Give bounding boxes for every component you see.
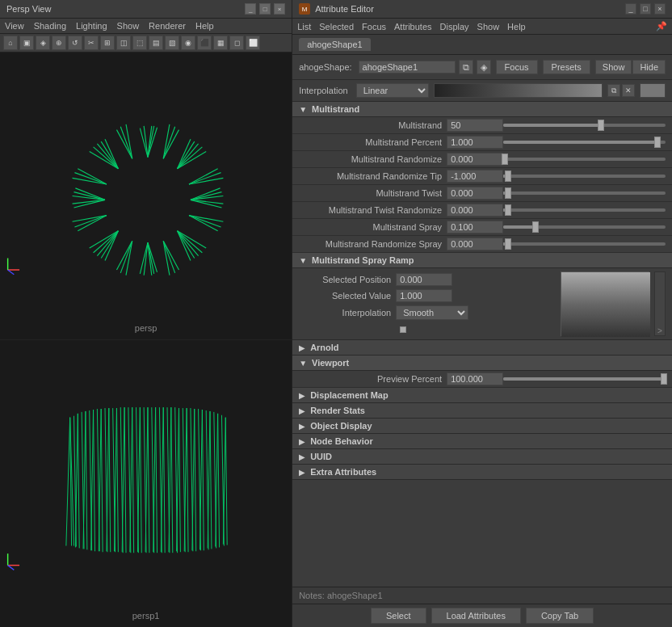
ramp-selected-value-input[interactable] — [396, 289, 452, 302]
toolbar-btn-16[interactable]: ⬜ — [246, 36, 260, 50]
toolbar-btn-3[interactable]: ◈ — [36, 36, 50, 50]
section-header-render-stats[interactable]: ▶ Render Stats — [292, 403, 672, 419]
ae-menu-list[interactable]: List — [297, 22, 311, 32]
menu-shading[interactable]: Shading — [34, 21, 66, 31]
toolbar-btn-1[interactable]: ⌂ — [3, 36, 18, 50]
menu-lighting[interactable]: Lighting — [76, 21, 107, 31]
menu-help[interactable]: Help — [195, 21, 214, 31]
toolbar-btn-6[interactable]: ✂ — [84, 36, 99, 50]
viewport-bottom[interactable]: persp1 — [0, 340, 292, 627]
attr-thumb-mrs[interactable] — [505, 238, 511, 250]
attr-slider-mrt[interactable] — [503, 170, 666, 183]
ramp-scrollbar[interactable]: > — [654, 271, 666, 336]
attr-thumb-mtr[interactable] — [505, 204, 511, 216]
menu-renderer[interactable]: Renderer — [149, 21, 186, 31]
toolbar-btn-8[interactable]: ◫ — [116, 36, 131, 50]
attr-slider-mt[interactable] — [503, 187, 666, 200]
ae-load-attributes-button[interactable]: Load Attributes — [431, 608, 521, 624]
ramp-position-marker[interactable] — [400, 326, 406, 333]
attr-input-multistrand[interactable] — [447, 119, 503, 132]
attr-input-multistrand-randomize-tip[interactable] — [447, 170, 503, 183]
attr-label-multistrand-spray: Multistrand Spray — [305, 222, 447, 232]
toolbar-btn-10[interactable]: ▤ — [149, 36, 163, 50]
attr-slider-ms[interactable] — [503, 221, 666, 234]
attr-thumb-mp[interactable] — [654, 137, 661, 148]
section-header-extra-attributes[interactable]: ▶ Extra Attributes — [292, 465, 672, 480]
ae-focus-button[interactable]: Focus — [496, 60, 538, 74]
attr-slider-multistrand-percent[interactable] — [503, 136, 666, 149]
section-header-displacement-map[interactable]: ▶ Displacement Map — [292, 388, 672, 403]
toolbar-btn-7[interactable]: ⊞ — [100, 36, 115, 50]
close-button[interactable]: × — [274, 3, 285, 15]
ae-show-button[interactable]: Show — [595, 60, 632, 74]
ramp-interpolation-select[interactable]: None Linear Smooth Spline — [396, 305, 468, 320]
ramp-color-swatch[interactable] — [640, 83, 666, 98]
toolbar-btn-2[interactable]: ▣ — [19, 36, 34, 50]
viewport-top[interactable]: persp — [0, 53, 292, 340]
toolbar-btn-4[interactable]: ⊕ — [52, 36, 66, 50]
attr-thumb-pp[interactable] — [661, 373, 667, 385]
ae-maximize-button[interactable]: □ — [640, 3, 651, 15]
section-header-node-behavior[interactable]: ▶ Node Behavior — [292, 434, 672, 449]
interpolation-select-top[interactable]: None Linear Smooth Spline — [356, 83, 429, 98]
attr-input-multistrand-randomize-spray[interactable] — [447, 238, 503, 250]
ae-node-name-input[interactable] — [359, 61, 456, 74]
section-header-object-display[interactable]: ▶ Object Display — [292, 419, 672, 434]
ae-copy-tab-button[interactable]: Copy Tab — [526, 608, 594, 624]
attr-input-multistrand-twist-randomize[interactable] — [447, 204, 503, 217]
ae-minimize-button[interactable]: _ — [625, 3, 636, 15]
attr-input-multistrand-percent[interactable] — [447, 136, 503, 149]
ae-tab-ahogeshape1[interactable]: ahogeShape1 — [299, 38, 371, 51]
ae-menu-display[interactable]: Display — [440, 22, 469, 32]
toolbar-btn-13[interactable]: ⬛ — [197, 36, 212, 50]
ae-pin-icon[interactable]: 📌 — [656, 21, 667, 32]
ae-nav-icon[interactable]: ◈ — [477, 60, 491, 74]
svg-line-35 — [97, 144, 118, 169]
toolbar-btn-9[interactable]: ⬚ — [132, 36, 147, 50]
ae-menu-attributes[interactable]: Attributes — [394, 22, 431, 32]
attr-thumb-mr[interactable] — [502, 154, 508, 165]
toolbar-btn-12[interactable]: ◉ — [181, 36, 195, 50]
ae-select-button[interactable]: Select — [371, 608, 426, 624]
attr-thumb-multistrand[interactable] — [598, 120, 604, 131]
attr-slider-mr[interactable] — [503, 153, 666, 166]
section-header-uuid[interactable]: ▶ UUID — [292, 449, 672, 465]
attr-input-multistrand-randomize[interactable] — [447, 153, 503, 166]
ae-menu-focus[interactable]: Focus — [362, 22, 386, 32]
toolbar-btn-14[interactable]: ▦ — [213, 36, 228, 50]
attr-input-preview-percent[interactable] — [447, 372, 503, 385]
ae-hide-button[interactable]: Hide — [632, 60, 666, 74]
attr-thumb-ms[interactable] — [532, 221, 539, 233]
attr-input-multistrand-twist[interactable] — [447, 187, 503, 200]
ramp-canvas[interactable] — [561, 271, 649, 336]
attr-slider-mrs[interactable] — [503, 238, 666, 250]
menu-view[interactable]: View — [5, 21, 24, 31]
attr-input-multistrand-spray[interactable] — [447, 221, 503, 234]
ae-menu-help[interactable]: Help — [507, 22, 526, 32]
ramp-scroll-arrow[interactable]: > — [657, 326, 662, 335]
attr-thumb-mrt[interactable] — [505, 170, 511, 182]
ramp-clear-icon[interactable]: ✕ — [622, 84, 635, 97]
ramp-preview-bar[interactable] — [434, 83, 603, 98]
minimize-button[interactable]: _ — [245, 3, 256, 15]
ae-menu-show[interactable]: Show — [477, 22, 500, 32]
ae-close-button[interactable]: × — [654, 3, 666, 15]
attr-thumb-mt[interactable] — [505, 187, 511, 199]
section-header-spray-ramp[interactable]: ▼ Multistrand Spray Ramp — [292, 253, 672, 268]
ramp-selected-position-input[interactable] — [396, 273, 452, 286]
ae-presets-button[interactable]: Presets — [543, 60, 590, 74]
section-header-multistrand[interactable]: ▼ Multistrand — [292, 102, 672, 117]
attr-slider-multistrand[interactable] — [503, 119, 666, 132]
ae-menu-selected[interactable]: Selected — [319, 22, 354, 32]
section-header-arnold[interactable]: ▶ Arnold — [292, 340, 672, 356]
ae-copy-icon[interactable]: ⧉ — [459, 60, 473, 74]
maximize-button[interactable]: □ — [259, 3, 271, 15]
toolbar-btn-15[interactable]: ◻ — [229, 36, 244, 50]
menu-show[interactable]: Show — [117, 21, 140, 31]
toolbar-btn-5[interactable]: ↺ — [68, 36, 82, 50]
attr-slider-mtr[interactable] — [503, 204, 666, 217]
section-header-viewport[interactable]: ▼ Viewport — [292, 356, 672, 371]
ramp-copy-icon[interactable]: ⧉ — [607, 84, 620, 97]
toolbar-btn-11[interactable]: ▧ — [165, 36, 179, 50]
attr-slider-pp[interactable] — [503, 372, 666, 385]
